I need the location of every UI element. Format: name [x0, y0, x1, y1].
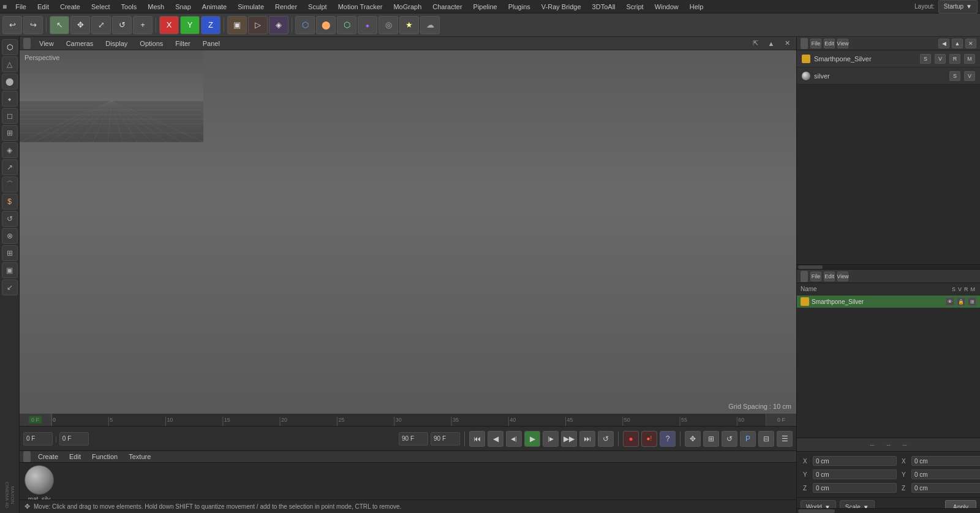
- mat-menu-edit[interactable]: Edit: [66, 452, 85, 462]
- anim-tool-4[interactable]: P: [740, 431, 756, 447]
- viewport-menu-display[interactable]: Display: [102, 39, 131, 48]
- viewport-handle[interactable]: [23, 38, 31, 49]
- camera-button[interactable]: ◎: [379, 16, 398, 34]
- mat-menu-function[interactable]: Function: [88, 452, 121, 462]
- frame-end-input[interactable]: [431, 432, 460, 446]
- menu-mesh[interactable]: Mesh: [143, 2, 169, 12]
- material-item[interactable]: mat_silv: [24, 465, 54, 503]
- loop-button[interactable]: ↺: [598, 431, 614, 447]
- menu-tools[interactable]: Tools: [116, 2, 142, 12]
- menu-vraybridge[interactable]: V-Ray Bridge: [537, 2, 586, 12]
- right-expand-btn[interactable]: ◀: [938, 39, 949, 48]
- menu-snap[interactable]: Snap: [170, 2, 196, 12]
- left-btn-6[interactable]: ⊞: [2, 125, 18, 141]
- menu-pipeline[interactable]: Pipeline: [469, 2, 502, 12]
- cursor-tool-button[interactable]: ↖: [50, 16, 69, 34]
- light-button[interactable]: ★: [399, 16, 419, 34]
- right-bottom-handle[interactable]: [801, 271, 808, 282]
- mat-s-btn[interactable]: S: [949, 71, 960, 81]
- right-bottom-file-btn[interactable]: File: [810, 272, 821, 281]
- mat-menu-create[interactable]: Create: [34, 452, 62, 462]
- undo-button[interactable]: ↩: [2, 16, 22, 34]
- scale-tool-button[interactable]: ⤢: [91, 16, 111, 34]
- left-btn-5[interactable]: ◻: [2, 108, 18, 124]
- coord-x-input[interactable]: [813, 456, 897, 466]
- left-btn-4[interactable]: ⬥: [2, 91, 18, 107]
- obj-m-btn[interactable]: M: [964, 54, 975, 64]
- right-view-btn[interactable]: View: [837, 39, 848, 48]
- left-btn-9[interactable]: ⌒: [2, 177, 18, 192]
- left-btn-13[interactable]: ⊞: [2, 245, 18, 261]
- menu-file[interactable]: File: [10, 2, 31, 12]
- anim-tool-2[interactable]: ⊞: [703, 431, 719, 447]
- menu-render[interactable]: Render: [270, 2, 302, 12]
- redo-button[interactable]: ↪: [23, 16, 43, 34]
- obj-s-btn[interactable]: S: [920, 54, 931, 64]
- left-btn-14[interactable]: ▣: [2, 262, 18, 278]
- menu-select[interactable]: Select: [86, 2, 115, 12]
- viewport-expand-btn[interactable]: ⇱: [750, 38, 761, 49]
- go-next-frame-button[interactable]: |▶: [543, 431, 559, 447]
- viewport-canvas[interactable]: X Y Z Perspective Grid Spacing : 10 cm: [20, 50, 796, 414]
- viewport-menu-view[interactable]: View: [36, 39, 58, 48]
- play-button[interactable]: ▶: [524, 431, 540, 447]
- frame-preview-end[interactable]: [399, 432, 428, 446]
- frame-current-input[interactable]: [23, 432, 53, 446]
- right-bottom-view-btn[interactable]: View: [837, 272, 848, 281]
- viewport-menu-options[interactable]: Options: [136, 39, 167, 48]
- right-fullscreen-btn[interactable]: ✕: [965, 39, 976, 48]
- menu-script[interactable]: Script: [622, 2, 649, 12]
- left-btn-15[interactable]: ↙: [2, 279, 18, 295]
- left-btn-1[interactable]: ⬡: [2, 39, 18, 55]
- left-btn-3[interactable]: ⬤: [2, 74, 18, 89]
- go-start-button[interactable]: ⏮: [469, 431, 485, 447]
- left-btn-12[interactable]: ⊗: [2, 228, 18, 244]
- add-tool-button[interactable]: +: [133, 16, 153, 34]
- go-next-button[interactable]: ▶▶: [561, 431, 577, 447]
- right-file-btn[interactable]: File: [810, 39, 821, 48]
- menu-motiontracker[interactable]: Motion Tracker: [333, 2, 388, 12]
- obj-list-m-btn[interactable]: ⊞: [968, 297, 976, 306]
- menu-animate[interactable]: Animate: [197, 2, 232, 12]
- anim-tool-5[interactable]: ⊟: [758, 431, 774, 447]
- y-axis-button[interactable]: Y: [180, 16, 200, 34]
- right-scrollbar-h[interactable]: [797, 264, 980, 269]
- viewport-menu-cameras[interactable]: Cameras: [62, 39, 97, 48]
- coord-y2-input[interactable]: [911, 469, 980, 479]
- object-list-item[interactable]: Smarthpone_Silver 👁 🔒 ⊞: [797, 295, 980, 308]
- anim-tool-6[interactable]: ☰: [777, 431, 793, 447]
- menu-help[interactable]: Help: [685, 2, 709, 12]
- menu-character[interactable]: Character: [428, 2, 467, 12]
- viewport-maximize-btn[interactable]: ▲: [766, 38, 777, 49]
- render-view-button[interactable]: ▣: [227, 16, 247, 34]
- z-axis-button[interactable]: Z: [201, 16, 221, 34]
- viewport-menu-panel[interactable]: Panel: [199, 39, 224, 48]
- go-end-button[interactable]: ⏭: [579, 431, 595, 447]
- render-anim-button[interactable]: ▷: [248, 16, 268, 34]
- left-btn-7[interactable]: ◈: [2, 142, 18, 158]
- menu-mograph[interactable]: MoGraph: [388, 2, 426, 12]
- help-button[interactable]: ?: [660, 431, 676, 447]
- menu-sculpt[interactable]: Sculpt: [303, 2, 332, 12]
- coord-y-input[interactable]: [813, 469, 897, 479]
- left-btn-2[interactable]: △: [2, 56, 18, 72]
- menu-window[interactable]: Window: [650, 2, 684, 12]
- scene-button[interactable]: ☁: [420, 16, 440, 34]
- menu-3dtoall[interactable]: 3DToAll: [587, 2, 620, 12]
- record-special-button[interactable]: ●!: [641, 431, 657, 447]
- obj-list-lock-btn[interactable]: 🔒: [957, 297, 965, 306]
- mat-v-btn[interactable]: V: [964, 71, 975, 81]
- mat-menu-texture[interactable]: Texture: [125, 452, 154, 462]
- frame-start-input[interactable]: [59, 432, 89, 446]
- rotate-tool-button[interactable]: ↺: [112, 16, 132, 34]
- right-panel-scrollbar[interactable]: [797, 508, 980, 513]
- obj-v-btn[interactable]: V: [935, 54, 946, 64]
- timeline-ruler[interactable]: 0 F 0 5 10 15 20 25: [20, 414, 796, 426]
- sphere-button[interactable]: ⬤: [316, 16, 336, 34]
- right-handle[interactable]: [801, 38, 808, 49]
- right-collapse-btn[interactable]: ▲: [952, 39, 963, 48]
- material-handle[interactable]: [23, 451, 31, 462]
- record-button[interactable]: ●: [623, 431, 639, 447]
- menu-create[interactable]: Create: [55, 2, 85, 12]
- anim-tool-1[interactable]: ✥: [685, 431, 701, 447]
